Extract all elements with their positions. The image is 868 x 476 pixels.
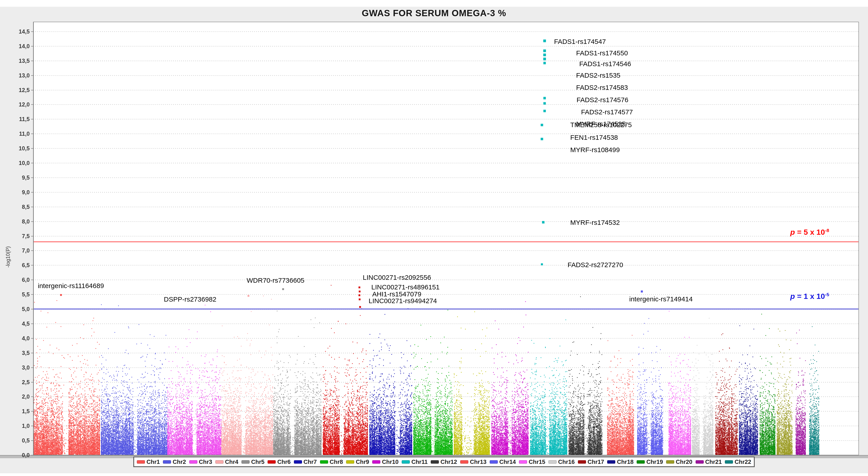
legend-swatch — [578, 460, 586, 464]
legend-swatch — [607, 460, 615, 464]
legend-swatch — [637, 460, 645, 464]
legend-swatch — [460, 460, 468, 464]
legend-item-chr5: Chr5 — [242, 458, 265, 466]
snp-annotation-label: FEN1-rs174538 — [570, 133, 618, 142]
legend-swatch — [137, 460, 145, 464]
legend-swatch — [242, 460, 250, 464]
legend-label: Chr6 — [277, 458, 290, 466]
y-axis-tick-label: 4,5 — [6, 320, 30, 327]
legend-swatch — [519, 460, 527, 464]
p-italic: p — [790, 228, 795, 236]
legend-label: Chr10 — [382, 458, 399, 466]
y-axis-tick-label: 1,0 — [6, 423, 30, 429]
snp-annotation-label: TMEM258-rs102275 — [570, 121, 632, 129]
legend-item-chr20: Chr20 — [666, 458, 692, 466]
genomewide-threshold-label: p = 5 x 10-8 — [763, 228, 857, 236]
snp-annotation-label: FADS2-rs174577 — [581, 108, 633, 116]
snp-annotation-label: MYRF-rs108499 — [570, 146, 620, 154]
legend-swatch — [402, 460, 410, 464]
legend-label: Chr3 — [199, 458, 212, 466]
legend-swatch — [294, 460, 302, 464]
snp-annotation-label: FADS2-rs174576 — [577, 96, 628, 104]
y-axis-tick-label: 0,0 — [6, 452, 30, 458]
y-axis-tick-label: 6,0 — [6, 277, 30, 283]
legend-item-chr3: Chr3 — [189, 458, 212, 466]
y-axis-tick-label: 7,5 — [6, 233, 30, 239]
legend-swatch — [549, 460, 557, 464]
legend-swatch — [163, 460, 171, 464]
legend-label: Chr21 — [705, 458, 722, 466]
y-axis-tick-label: 4,0 — [6, 335, 30, 341]
legend-item-chr14: Chr14 — [490, 458, 516, 466]
y-axis-tick-label: 9,0 — [6, 189, 30, 195]
legend-swatch — [431, 460, 439, 464]
y-axis-tick-label: 14,0 — [6, 43, 30, 49]
legend-label: Chr12 — [440, 458, 457, 466]
y-axis-tick-label: 5,0 — [6, 306, 30, 312]
y-axis-tick-label: 10,5 — [6, 145, 30, 152]
snp-annotation-label: LINC00271-rs2092556 — [363, 273, 431, 282]
legend-item-chr19: Chr19 — [637, 458, 663, 466]
legend-label: Chr8 — [330, 458, 343, 466]
y-axis-tick-label: 3,5 — [6, 350, 30, 356]
legend-label: Chr16 — [558, 458, 575, 466]
legend-item-chr21: Chr21 — [695, 458, 722, 466]
y-axis-tick-label: 11,0 — [6, 130, 30, 137]
y-axis-tick-label: 5,5 — [6, 291, 30, 297]
y-axis-tick-label: 12,0 — [6, 101, 30, 107]
y-axis-tick-label: 3,0 — [6, 364, 30, 371]
snp-annotation-label: DSPP-rs2736982 — [164, 295, 216, 304]
legend-item-chr8: Chr8 — [320, 458, 343, 466]
y-axis-tick-label: 1,5 — [6, 408, 30, 414]
y-axis-tick-label: 10,0 — [6, 160, 30, 166]
snp-annotation-label: WDR70-rs7736605 — [247, 276, 305, 285]
manhattan-figure: { "title": "GWAS FOR SERUM OMEGA-3 %", "… — [0, 0, 868, 476]
legend-item-chr9: Chr9 — [346, 458, 369, 466]
snp-annotation-label: FADS1-rs174547 — [554, 37, 606, 46]
y-axis-tick-label: 12,5 — [6, 87, 30, 93]
legend-item-chr15: Chr15 — [519, 458, 545, 466]
legend-label: Chr15 — [529, 458, 545, 466]
legend-item-chr16: Chr16 — [549, 458, 575, 466]
suggestive-threshold-label: p = 1 x 10-5 — [763, 292, 857, 301]
chart-title: GWAS FOR SERUM OMEGA-3 % — [0, 8, 868, 18]
legend-swatch — [372, 460, 380, 464]
legend-item-chr1: Chr1 — [137, 458, 160, 466]
legend-label: Chr17 — [588, 458, 604, 466]
legend-label: Chr1 — [147, 458, 160, 466]
snp-annotation-label: FADS2-rs1535 — [576, 71, 620, 80]
legend-swatch — [695, 460, 704, 464]
y-axis-tick-label: 9,5 — [6, 174, 30, 181]
y-axis-tick-label: 7,0 — [6, 247, 30, 254]
legend-swatch — [268, 460, 276, 464]
legend-swatch — [320, 460, 328, 464]
legend-swatch — [666, 460, 674, 464]
legend-label: Chr20 — [676, 458, 692, 466]
y-axis-tick-label: 2,0 — [6, 393, 30, 400]
legend-item-chr22: Chr22 — [725, 458, 751, 466]
snp-annotation-label: FADS2-rs174583 — [576, 83, 628, 92]
legend-swatch — [490, 460, 498, 464]
snp-annotation-label: intergenic-rs11164689 — [38, 282, 104, 290]
y-axis-tick-label: 2,5 — [6, 379, 30, 385]
y-axis-tick-label: 11,5 — [6, 116, 30, 122]
legend-label: Chr7 — [304, 458, 317, 466]
y-axis-tick-label: 14,5 — [6, 28, 30, 35]
snp-annotation-label: LINC00271-rs9494274 — [369, 297, 437, 305]
y-axis-tick-label: 8,5 — [6, 204, 30, 210]
y-axis-tick-label: 13,0 — [6, 72, 30, 78]
legend-label: Chr14 — [499, 458, 516, 466]
p-italic: p — [790, 292, 795, 301]
snp-annotation-label: MYRF-rs174532 — [570, 218, 620, 227]
y-axis-tick-label: 6,5 — [6, 262, 30, 268]
legend-item-chr18: Chr18 — [607, 458, 633, 466]
legend-item-chr10: Chr10 — [372, 458, 399, 466]
snp-annotation-label: FADS2-rs2727270 — [567, 261, 623, 269]
snp-annotation-label: FADS1-rs174550 — [576, 49, 628, 57]
legend-item-chr7: Chr7 — [294, 458, 317, 466]
legend-label: Chr19 — [646, 458, 663, 466]
chromosome-legend: Chr1Chr2Chr3Chr4Chr5Chr6Chr7Chr8Chr9Chr1… — [133, 457, 754, 467]
y-axis-title: -log10(P) — [5, 234, 11, 280]
legend-item-chr4: Chr4 — [215, 458, 238, 466]
legend-swatch — [215, 460, 223, 464]
